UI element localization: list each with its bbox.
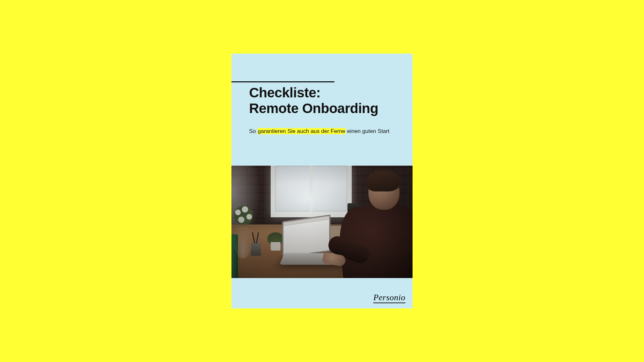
subtitle-prefix: So xyxy=(249,128,258,134)
document-title: Checkliste: Remote Onboarding xyxy=(249,85,395,117)
photo-person xyxy=(337,172,413,278)
title-line-2: Remote Onboarding xyxy=(249,101,378,116)
brand-logo: Personio xyxy=(373,293,405,303)
header-rule xyxy=(231,81,334,82)
cover-photo xyxy=(231,166,413,278)
document-card: Checkliste: Remote Onboarding So garanti… xyxy=(231,54,413,308)
title-line-1: Checkliste: xyxy=(249,85,321,100)
photo-pencil-cup xyxy=(251,243,261,256)
title-block: Checkliste: Remote Onboarding So garanti… xyxy=(231,54,413,135)
document-subtitle: So garantieren Sie auch aus der Ferne ei… xyxy=(249,128,395,135)
subtitle-suffix: einen guten Start xyxy=(346,128,389,134)
subtitle-highlight: garantieren Sie auch aus der Ferne xyxy=(258,128,346,134)
footer: Personio xyxy=(373,293,405,303)
photo-plant xyxy=(267,231,284,251)
